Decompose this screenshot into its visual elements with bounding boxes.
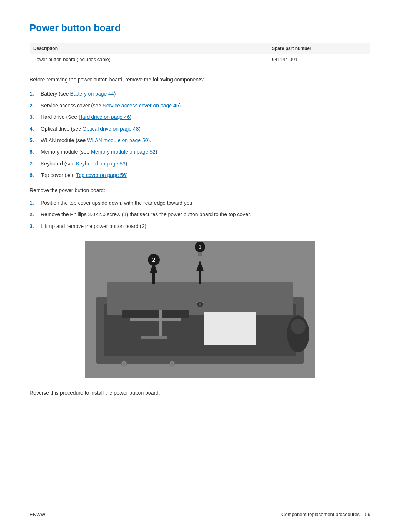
table-header-description: Description xyxy=(30,43,268,54)
step-link[interactable]: Top cover on page 56 xyxy=(76,172,126,178)
step-link[interactable]: Service access cover on page 45 xyxy=(103,103,179,108)
step-number: 8. xyxy=(30,171,41,179)
step-link[interactable]: Optical drive on page 48 xyxy=(83,126,139,132)
footer-left: ENWW xyxy=(30,512,46,517)
list-item: 8.Top cover (see Top cover on page 56) xyxy=(30,171,370,179)
list-item: 2.Remove the Phillips 3.0×2.0 screw (1) … xyxy=(30,210,370,218)
step-number: 2. xyxy=(30,101,41,110)
step-text: Hard drive (See Hard drive on page 46) xyxy=(41,113,370,121)
list-item: 1.Position the top cover upside down, wi… xyxy=(30,199,370,207)
list-item: 4.Optical drive (see Optical drive on pa… xyxy=(30,125,370,133)
step-number: 2. xyxy=(30,210,41,218)
step-number: 3. xyxy=(30,113,41,121)
svg-rect-8 xyxy=(141,336,167,339)
step-number: 5. xyxy=(30,136,41,144)
svg-text:1: 1 xyxy=(199,244,202,250)
svg-point-29 xyxy=(123,362,125,365)
step-link[interactable]: Keyboard on page 53 xyxy=(76,161,126,167)
page-title: Power button board xyxy=(30,22,370,34)
list-item: 5.WLAN module (see WLAN module on page 5… xyxy=(30,136,370,144)
remove-label: Remove the power button board: xyxy=(30,186,370,194)
instruction-image: 2 1 xyxy=(30,241,370,378)
table-cell-part-number: 641144-001 xyxy=(268,54,370,65)
step-link[interactable]: WLAN module on page 50 xyxy=(87,137,148,143)
list-item: 7.Keyboard (see Keyboard on page 53) xyxy=(30,160,370,168)
list-item: 3.Hard drive (See Hard drive on page 46) xyxy=(30,113,370,121)
step-text: Lift up and remove the power button boar… xyxy=(41,222,370,230)
list-item: 3.Lift up and remove the power button bo… xyxy=(30,222,370,230)
step-text: Service access cover (see Service access… xyxy=(41,101,370,110)
svg-point-31 xyxy=(171,362,173,365)
footer: ENWW Component replacement procedures 59 xyxy=(30,508,370,517)
reverse-text: Reverse this procedure to install the po… xyxy=(30,389,370,397)
table-header-part-number: Spare part number xyxy=(268,43,370,54)
step-link[interactable]: Hard drive on page 46 xyxy=(79,114,130,120)
svg-rect-7 xyxy=(159,310,162,339)
step-number: 4. xyxy=(30,125,41,133)
step-text: Battery (see Battery on page 44) xyxy=(41,90,370,98)
step-text: Top cover (see Top cover on page 56) xyxy=(41,171,370,179)
step-text: Memory module (see Memory module on page… xyxy=(41,148,370,156)
step-text: Position the top cover upside down, with… xyxy=(41,199,370,207)
list-item: 1.Battery (see Battery on page 44) xyxy=(30,90,370,98)
step-number: 1. xyxy=(30,90,41,98)
step-number: 1. xyxy=(30,199,41,207)
step-link[interactable]: Battery on page 44 xyxy=(70,91,114,97)
step-text: WLAN module (see WLAN module on page 50)… xyxy=(41,136,370,144)
table-cell-description: Power button board (includes cable) xyxy=(30,54,268,65)
svg-rect-18 xyxy=(199,271,201,284)
step-text: Keyboard (see Keyboard on page 53) xyxy=(41,160,370,168)
table-row: Power button board (includes cable)64114… xyxy=(30,54,370,65)
step-text: Optical drive (see Optical drive on page… xyxy=(41,125,370,133)
list-item: 6.Memory module (see Memory module on pa… xyxy=(30,148,370,156)
step-link[interactable]: Memory module on page 52 xyxy=(91,149,155,155)
parts-table: Description Spare part number Power butt… xyxy=(30,43,370,65)
prereqs-list: 1.Battery (see Battery on page 44)2.Serv… xyxy=(30,90,370,179)
footer-right: Component replacement procedures 59 xyxy=(281,512,370,517)
svg-point-12 xyxy=(291,319,306,334)
svg-text:2: 2 xyxy=(152,257,156,263)
intro-text: Before removing the power button board, … xyxy=(30,76,370,84)
svg-rect-5 xyxy=(122,310,189,318)
step-number: 6. xyxy=(30,148,41,156)
svg-rect-14 xyxy=(152,273,155,284)
svg-rect-4 xyxy=(204,312,256,345)
steps-list: 1.Position the top cover upside down, wi… xyxy=(30,199,370,230)
step-number: 7. xyxy=(30,160,41,168)
step-text: Remove the Phillips 3.0×2.0 screw (1) th… xyxy=(41,210,370,218)
svg-rect-6 xyxy=(130,318,181,321)
list-item: 2.Service access cover (see Service acce… xyxy=(30,101,370,110)
step-number: 3. xyxy=(30,222,41,230)
